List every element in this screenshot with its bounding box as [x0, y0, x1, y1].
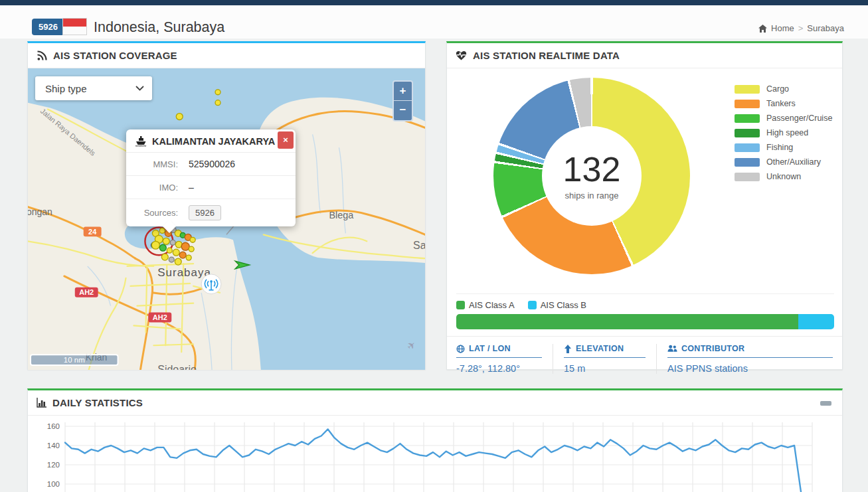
realtime-panel-header: AIS STATION REALTIME DATA	[447, 43, 842, 68]
route-ah2-badge-2: AH2	[148, 313, 171, 323]
ais-realtime-panel: AIS STATION REALTIME DATA 132 ships in r…	[446, 41, 843, 370]
svg-text:AH2: AH2	[153, 313, 167, 321]
elevation-value: 15 m	[564, 363, 646, 374]
breadcrumb-separator: >	[798, 23, 804, 33]
station-id-badge: 5926	[32, 19, 64, 35]
contributor-value: AIS PPNS stations	[667, 363, 833, 374]
indonesia-flag-icon	[62, 18, 87, 35]
class-a-legend-item: AIS Class A	[456, 300, 515, 310]
legend-label: High speed	[766, 128, 808, 137]
mmsi-row: MMSI: 525900026	[126, 152, 296, 175]
daily-statistics-chart: 160140120100Vessels	[28, 416, 843, 492]
globe-icon	[456, 345, 465, 353]
svg-text:24: 24	[88, 228, 97, 236]
mmsi-value: 525900026	[189, 159, 235, 169]
ais-class-ratio-bar	[456, 314, 834, 329]
legend-swatch	[735, 114, 760, 123]
y-axis-tick: 100	[47, 480, 60, 488]
y-axis-tick: 140	[47, 442, 60, 450]
map-zoom-out-button[interactable]: −	[392, 101, 413, 122]
breadcrumb-home-link[interactable]: Home	[771, 23, 794, 33]
ship-icon	[134, 135, 147, 147]
legend-label: Fishing	[766, 143, 793, 152]
daily-statistics-panel: DAILY STATISTICS 160140120100Vessels	[27, 388, 843, 492]
legend-item: Tankers	[735, 96, 832, 111]
contributor-stat: CONTRIBUTOR AIS PPNS stations	[667, 344, 833, 374]
class-b-legend-item: AIS Class B	[528, 300, 586, 310]
legend-swatch	[735, 173, 760, 181]
route-24-badge: 24	[84, 226, 102, 236]
legend-label: Tankers	[766, 99, 796, 108]
latlon-stat: LAT / LON -7.28°, 112.80°	[456, 344, 553, 374]
legend-item: Passenger/Cruise	[735, 111, 832, 125]
legend-swatch	[735, 143, 760, 152]
latlon-value: -7.28°, 112.80°	[456, 363, 542, 374]
legend-swatch	[735, 100, 760, 108]
page-title: Indonesia, Surabaya	[94, 19, 224, 36]
label-lamongan: ongan	[28, 206, 52, 217]
legend-item: Cargo	[735, 82, 832, 96]
elevation-icon	[564, 345, 572, 353]
source-station-badge[interactable]: 5926	[189, 205, 221, 220]
broadcast-icon	[37, 50, 47, 61]
svg-text:AH2: AH2	[79, 288, 94, 296]
imo-value: –	[189, 182, 194, 193]
elevation-label: ELEVATION	[576, 344, 624, 353]
close-icon[interactable]: ×	[278, 131, 294, 149]
breadcrumb-current: Surabaya	[807, 23, 844, 33]
contributor-label: CONTRIBUTOR	[681, 344, 744, 353]
daily-panel-title: DAILY STATISTICS	[52, 397, 143, 408]
y-axis-tick: 120	[47, 461, 60, 469]
top-accent-bar	[0, 0, 868, 5]
ais-station-marker[interactable]	[201, 274, 221, 294]
imo-row: IMO: –	[126, 175, 296, 199]
app-header: 5926 Indonesia, Surabaya Home > Surabaya	[0, 5, 868, 39]
legend-item: High speed	[735, 125, 832, 140]
ship-type-value: Ship type	[45, 83, 87, 94]
coverage-map[interactable]: 24 AH2 AH2 Surabaya ongan Krian Sidoarjo…	[28, 68, 425, 370]
coverage-panel-header: AIS STATION COVERAGE	[28, 43, 425, 68]
legend-swatch	[735, 158, 760, 167]
legend-item: Other/Auxiliary	[735, 155, 832, 169]
vessel-name: KALIMANTAN JAYAKARYA	[152, 136, 275, 147]
class-b-bar-segment	[798, 314, 834, 329]
sources-row: Sources: 5926	[126, 199, 296, 226]
ships-in-range-count: 132	[563, 152, 621, 187]
elevation-stat: ELEVATION 15 m	[564, 344, 657, 374]
vessels-line-series	[65, 429, 801, 491]
latlon-label: LAT / LON	[469, 344, 511, 353]
class-a-swatch	[456, 301, 465, 309]
bar-chart-icon	[37, 398, 46, 408]
station-stats-row: LAT / LON -7.28°, 112.80° ELEVATION 15 m	[447, 336, 842, 381]
home-icon	[758, 25, 767, 33]
sources-label: Sources:	[134, 208, 178, 218]
daily-panel-header: DAILY STATISTICS	[28, 390, 842, 416]
label-surabaya: Surabaya	[157, 266, 211, 279]
class-a-label: AIS Class A	[469, 300, 515, 310]
legend-swatch	[735, 129, 760, 137]
class-b-label: AIS Class B	[541, 300, 586, 310]
donut-center: 132 ships in range	[542, 126, 642, 226]
contributor-icon	[667, 345, 677, 353]
heartbeat-icon	[456, 50, 467, 60]
map-zoom-in-button[interactable]: +	[392, 80, 413, 101]
label-sidoarjo: Sidoarjo	[157, 364, 197, 370]
ship-type-select[interactable]: Ship type	[35, 76, 152, 100]
collapse-panel-button[interactable]	[820, 401, 831, 406]
legend-label: Unknown	[766, 172, 801, 181]
class-b-swatch	[528, 301, 537, 309]
label-sampang: Sa	[413, 240, 425, 251]
legend-label: Passenger/Cruise	[766, 114, 832, 123]
legend-swatch	[735, 85, 760, 94]
breadcrumb: Home > Surabaya	[758, 23, 844, 33]
y-axis-tick: 160	[47, 422, 60, 430]
legend-label: Other/Auxiliary	[766, 157, 821, 167]
ais-class-legend: AIS Class A AIS Class B	[456, 293, 834, 310]
vessel-popup: KALIMANTAN JAYAKARYA × MMSI: 525900026 I…	[126, 129, 296, 226]
label-blega: Blega	[329, 210, 354, 221]
map-scale: 10 nm	[31, 355, 118, 365]
scale-label: 10 nm	[64, 356, 85, 364]
imo-label: IMO:	[134, 183, 178, 193]
vessel-popup-header: KALIMANTAN JAYAKARYA ×	[126, 129, 296, 152]
realtime-panel-title: AIS STATION REALTIME DATA	[473, 50, 620, 61]
